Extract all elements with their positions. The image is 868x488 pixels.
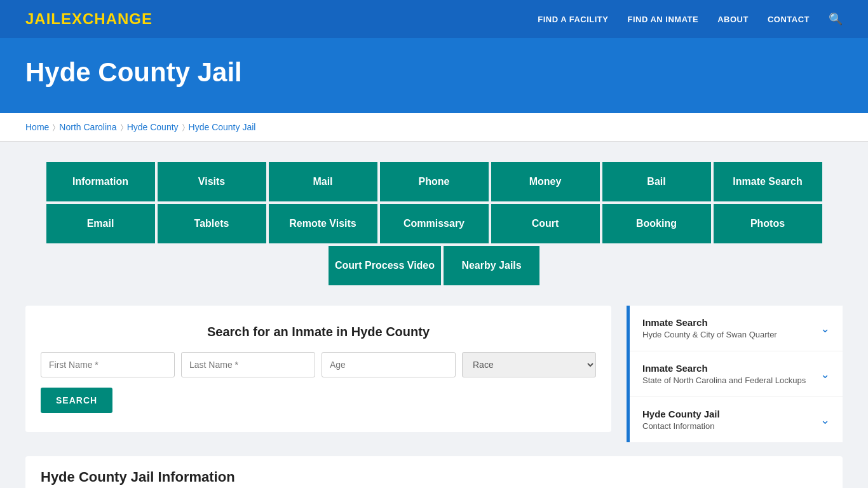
btn-photos[interactable]: Photos: [712, 203, 824, 245]
btn-email[interactable]: Email: [45, 203, 156, 245]
sidebar-item-subtitle-2: State of North Carolina and Federal Lock…: [642, 376, 806, 385]
nav-contact-link[interactable]: CONTACT: [768, 15, 810, 24]
age-input[interactable]: [322, 352, 456, 377]
nav-find-inmate-link[interactable]: FIND AN INMATE: [627, 15, 698, 24]
nav-about-link[interactable]: ABOUT: [717, 15, 749, 24]
sidebar-item-subtitle-3: Contact Information: [642, 421, 720, 431]
page-title: Hyde County Jail: [25, 57, 843, 88]
sidebar-item-title-2: Inmate Search: [642, 363, 806, 374]
sidebar-item-text-2: Inmate Search State of North Carolina an…: [642, 363, 806, 385]
sidebar-item-title-1: Inmate Search: [642, 317, 777, 328]
sidebar-item-text-3: Hyde County Jail Contact Information: [642, 409, 720, 431]
chevron-down-icon-2: ⌄: [820, 367, 830, 381]
lower-section: Search for an Inmate in Hyde County Race…: [25, 306, 843, 444]
btn-court-process-video[interactable]: Court Process Video: [327, 245, 442, 287]
sidebar-card: Inmate Search Hyde County & City of Swan…: [627, 306, 843, 442]
btn-booking[interactable]: Booking: [601, 203, 712, 245]
nav-links: FIND A FACILITY FIND AN INMATE ABOUT CON…: [538, 12, 843, 26]
btn-bail[interactable]: Bail: [601, 161, 712, 203]
navbar: JAILEXCHANGE FIND A FACILITY FIND AN INM…: [0, 0, 868, 38]
btn-mail[interactable]: Mail: [268, 161, 379, 203]
breadcrumb-sep-3: 〉: [182, 123, 185, 132]
search-card: Search for an Inmate in Hyde County Race…: [25, 306, 611, 432]
breadcrumb-home[interactable]: Home: [25, 122, 49, 132]
nav-search-icon[interactable]: 🔍: [829, 12, 843, 26]
sidebar-item-inmate-search-hyde[interactable]: Inmate Search Hyde County & City of Swan…: [630, 306, 843, 351]
breadcrumb-sep-1: 〉: [53, 123, 55, 132]
nav-find-facility[interactable]: FIND A FACILITY: [538, 13, 608, 25]
page-bottom: Hyde County Jail Information: [25, 456, 843, 488]
btn-visits[interactable]: Visits: [156, 161, 268, 203]
logo-part1: JAIL: [25, 10, 61, 27]
first-name-input[interactable]: [41, 352, 175, 377]
btn-remote-visits[interactable]: Remote Visits: [268, 203, 379, 245]
search-fields: Race White Black Hispanic Asian Other: [41, 352, 596, 377]
search-title: Search for an Inmate in Hyde County: [41, 325, 596, 339]
nav-find-facility-link[interactable]: FIND A FACILITY: [538, 15, 608, 24]
sidebar-item-title-3: Hyde County Jail: [642, 409, 720, 419]
logo[interactable]: JAILEXCHANGE: [25, 10, 153, 28]
last-name-input[interactable]: [181, 352, 315, 377]
breadcrumb-nc[interactable]: North Carolina: [59, 122, 116, 132]
hero-section: Hyde County Jail: [0, 38, 868, 113]
breadcrumb-sep-2: 〉: [121, 123, 123, 132]
button-row-3: Court Process Video Nearby Jails: [25, 245, 843, 287]
logo-part2: XCHANGE: [72, 10, 153, 27]
chevron-down-icon-1: ⌄: [820, 322, 830, 336]
breadcrumb-hyde[interactable]: Hyde County: [127, 122, 179, 132]
btn-information[interactable]: Information: [45, 161, 156, 203]
sidebar-item-inmate-search-nc[interactable]: Inmate Search State of North Carolina an…: [630, 351, 843, 397]
breadcrumb-jail[interactable]: Hyde County Jail: [189, 122, 256, 132]
button-grid: Information Visits Mail Phone Money Bail…: [25, 161, 843, 287]
search-button[interactable]: SEARCH: [41, 388, 112, 413]
button-row-1: Information Visits Mail Phone Money Bail…: [25, 161, 843, 203]
nav-about[interactable]: ABOUT: [717, 13, 749, 25]
btn-inmate-search[interactable]: Inmate Search: [712, 161, 824, 203]
breadcrumb: Home 〉 North Carolina 〉 Hyde County 〉 Hy…: [25, 122, 843, 132]
sidebar-item-subtitle-1: Hyde County & City of Swan Quarter: [642, 330, 777, 339]
main-content: Information Visits Mail Phone Money Bail…: [0, 142, 868, 488]
btn-commissary[interactable]: Commissary: [379, 203, 490, 245]
nav-contact[interactable]: CONTACT: [768, 13, 810, 25]
chevron-down-icon-3: ⌄: [820, 413, 830, 427]
btn-court[interactable]: Court: [490, 203, 601, 245]
btn-tablets[interactable]: Tablets: [156, 203, 268, 245]
btn-money[interactable]: Money: [490, 161, 601, 203]
btn-nearby-jails[interactable]: Nearby Jails: [442, 245, 541, 287]
sidebar-item-contact-info[interactable]: Hyde County Jail Contact Information ⌄: [630, 397, 843, 442]
nav-find-inmate[interactable]: FIND AN INMATE: [627, 13, 698, 25]
sidebar: Inmate Search Hyde County & City of Swan…: [627, 306, 843, 444]
breadcrumb-bar: Home 〉 North Carolina 〉 Hyde County 〉 Hy…: [0, 113, 868, 142]
section-title: Hyde County Jail Information: [41, 469, 827, 485]
button-row-2: Email Tablets Remote Visits Commissary C…: [25, 203, 843, 245]
logo-highlight: E: [61, 10, 72, 27]
race-select[interactable]: Race White Black Hispanic Asian Other: [462, 352, 596, 377]
btn-phone[interactable]: Phone: [379, 161, 490, 203]
sidebar-item-text-1: Inmate Search Hyde County & City of Swan…: [642, 317, 777, 339]
